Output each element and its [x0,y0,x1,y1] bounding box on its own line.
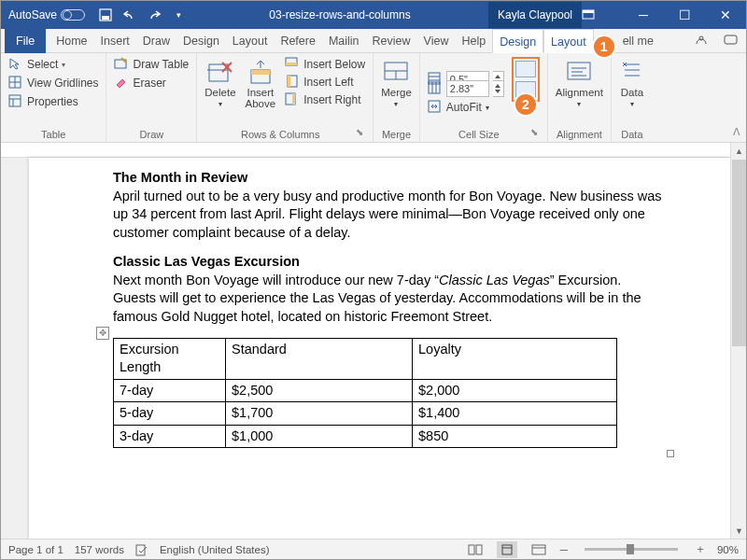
view-gridlines-button[interactable]: View Gridlines [8,76,98,91]
tab-view[interactable]: View [417,29,456,53]
scrollbar-thumb[interactable] [732,160,746,346]
tab-references[interactable]: Refere [274,29,322,53]
column-width-input[interactable]: 2.83" [446,80,489,97]
redo-icon[interactable] [147,7,162,22]
svg-rect-35 [568,63,590,79]
svg-rect-40 [469,545,474,554]
title-bar: AutoSave ▾ 03-resize-rows-and-columns Ka… [1,1,746,29]
tab-mailings[interactable]: Mailin [322,29,366,53]
th-1: Standard [226,338,413,379]
zoom-in-icon[interactable]: ＋ [695,542,706,556]
svg-rect-1 [102,16,109,20]
table-row: 7-day$2,500$2,000 [114,379,617,402]
tab-draw[interactable]: Draw [136,29,176,53]
rowscols-launcher-icon[interactable]: ⬊ [356,127,365,140]
insert-left-button[interactable]: Insert Left [285,75,365,90]
word-count[interactable]: 157 words [75,544,124,555]
insert-below-button[interactable]: Insert Below [285,57,365,72]
svg-rect-31 [429,82,440,93]
svg-rect-22 [288,76,290,87]
document-page[interactable]: The Month in Review April turned out to … [29,158,730,539]
group-cell-size: 0.5" 2 2.83" AutoFit▾ Cell Size⬊ [420,53,548,142]
data-button[interactable]: Data▾ [619,57,645,108]
tab-insert[interactable]: Insert [94,29,136,53]
heading-1: The Month in Review [113,169,665,188]
svg-rect-24 [292,93,295,105]
group-merge-label: Merge [381,127,412,140]
share-icon[interactable] [686,35,716,48]
scroll-up-icon[interactable]: ▲ [731,143,747,159]
delete-button[interactable]: Delete▾ [204,57,235,108]
group-cellsize-label: Cell Size [428,127,530,140]
group-data-label: Data [619,127,645,140]
insert-above-button[interactable]: Insert Above [246,57,276,109]
comments-icon[interactable] [716,35,746,48]
tab-file[interactable]: File [5,29,46,53]
paragraph-1: April turned out to be a very busy and p… [113,188,665,243]
vertical-scrollbar[interactable]: ▲ ▼ [730,143,746,539]
eraser-button[interactable]: Eraser [114,76,189,91]
zoom-out-icon[interactable]: ─ [560,544,568,555]
maximize-icon[interactable]: ☐ [664,7,705,22]
svg-rect-41 [476,545,482,554]
language-indicator[interactable]: English (United States) [160,544,270,555]
ribbon-tabs: File Home Insert Draw Design Layout Refe… [1,29,746,53]
tab-table-layout[interactable]: Layout [543,29,594,53]
zoom-slider-thumb[interactable] [627,544,634,554]
scroll-down-icon[interactable]: ▼ [731,523,747,539]
collapse-ribbon-icon[interactable]: ᐱ [733,126,740,138]
print-layout-icon[interactable] [497,541,517,558]
svg-rect-9 [9,95,21,106]
group-alignment-label: Alignment [556,127,603,140]
heading-2: Classic Las Vegas Excursion [113,253,665,272]
document-area: The Month in Review April turned out to … [1,143,730,539]
tab-design[interactable]: Design [176,29,226,53]
ribbon-options-icon[interactable] [582,9,623,21]
ribbon: Select▾ View Gridlines Properties Table … [1,53,746,143]
close-icon[interactable]: ✕ [705,7,746,22]
table-wrapper: ✥ Excursion Length Standard Loyalty 7-da… [113,338,665,449]
qat-dropdown-icon[interactable]: ▾ [171,7,186,22]
page-indicator[interactable]: Page 1 of 1 [8,544,63,555]
alignment-button[interactable]: Alignment▾ [556,57,603,108]
callout-1: 1 [592,35,616,59]
merge-button[interactable]: Merge▾ [381,57,412,108]
tab-help[interactable]: Help [455,29,492,53]
width-spinner[interactable] [493,80,504,97]
proofofing-icon[interactable] [135,543,148,556]
distribute-rows-icon[interactable] [515,61,536,77]
save-icon[interactable] [98,7,113,22]
autosave-label: AutoSave [8,8,57,21]
tab-table-design[interactable]: Design [492,29,543,53]
zoom-level[interactable]: 90% [717,544,739,555]
read-mode-icon[interactable] [465,541,486,558]
group-draw: Draw Table Eraser Draw [106,53,197,142]
table-move-handle-icon[interactable]: ✥ [96,327,109,340]
user-name[interactable]: Kayla Claypool [488,2,582,28]
svg-rect-44 [532,545,545,554]
autosave-toggle[interactable]: AutoSave [1,8,92,21]
group-merge: Merge▾ Merge [374,53,420,142]
group-rowscols-label: Rows & Columns [204,127,356,140]
undo-icon[interactable] [122,7,137,22]
properties-button[interactable]: Properties [8,94,98,109]
table-row: 3-day$1,000$850 [114,425,617,448]
minimize-icon[interactable]: ─ [623,7,664,22]
zoom-slider[interactable] [585,548,678,551]
select-button[interactable]: Select▾ [8,57,98,72]
tell-me[interactable]: ell me [616,29,660,53]
tab-review[interactable]: Review [366,29,417,53]
tab-home[interactable]: Home [49,29,93,53]
pricing-table[interactable]: Excursion Length Standard Loyalty 7-day$… [113,338,617,449]
table-resize-handle-icon[interactable] [667,450,674,457]
svg-rect-13 [209,64,228,81]
cellsize-launcher-icon[interactable]: ⬊ [530,127,540,140]
tab-layout[interactable]: Layout [226,29,275,53]
draw-table-button[interactable]: Draw Table [114,57,189,72]
insert-right-button[interactable]: Insert Right [285,92,365,107]
svg-rect-3 [583,10,594,13]
ruler[interactable] [1,143,730,158]
svg-rect-42 [502,545,512,554]
web-layout-icon[interactable] [529,541,549,558]
group-rows-columns: Delete▾ Insert Above Insert Below Insert… [197,53,374,142]
